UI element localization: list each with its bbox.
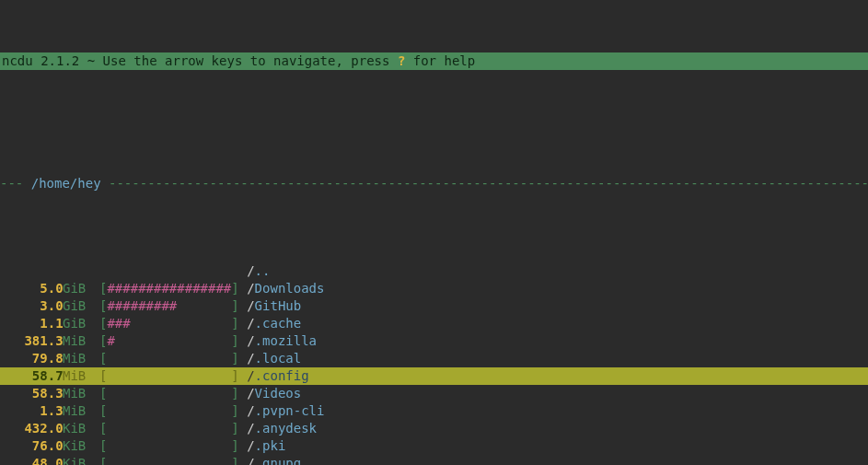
row-name: .pki (255, 437, 286, 455)
dir-slash: / (247, 280, 254, 297)
row-size: 48.0 (17, 455, 63, 465)
row-unit: MiB (63, 332, 99, 350)
current-path: /home/hey (31, 176, 101, 191)
row-bar: [ ] (99, 385, 247, 402)
title-bar: ncdu 2.1.2 ~ Use the arrow keys to navig… (0, 52, 868, 70)
row-bar: [ ] (99, 437, 247, 455)
row-unit: GiB (63, 315, 99, 332)
list-row[interactable]: 58.7 MiB[ ] /.config (0, 367, 868, 385)
row-name: .cache (255, 315, 302, 332)
hint-pre: ~ Use the arrow keys to navigate, press (79, 53, 398, 68)
row-flag (0, 280, 17, 297)
row-name: .mozilla (255, 332, 317, 350)
row-flag (0, 367, 17, 385)
row-unit: KiB (63, 437, 99, 455)
row-bar: [ ] (99, 350, 247, 367)
list-row[interactable]: 79.8 MiB[ ] /.local (0, 350, 868, 367)
dir-slash: / (247, 385, 254, 402)
row-name: .. (255, 262, 271, 280)
row-unit: MiB (63, 367, 99, 385)
row-bar: [######### ] (99, 297, 247, 315)
row-flag (0, 420, 17, 437)
row-name: .config (255, 367, 309, 385)
row-flag (0, 402, 17, 420)
row-flag (0, 262, 17, 280)
app-version: 2.1.2 (41, 53, 79, 68)
row-bar: [ ] (99, 367, 247, 385)
dir-slash: / (247, 367, 254, 385)
row-flag (0, 315, 17, 332)
row-bar: [ ] (99, 402, 247, 420)
dir-slash: / (247, 262, 254, 280)
row-size: 58.7 (17, 367, 63, 385)
row-unit: GiB (63, 280, 99, 297)
list-row[interactable]: 3.0 GiB[######### ] /GitHub (0, 297, 868, 315)
row-size: 1.1 (17, 315, 63, 332)
dir-slash: / (247, 420, 254, 437)
row-bar: [ ] (99, 420, 247, 437)
row-size: 1.3 (17, 402, 63, 420)
dir-slash: / (247, 350, 254, 367)
row-flag (0, 437, 17, 455)
dir-slash: / (247, 455, 254, 465)
row-name: .local (255, 350, 302, 367)
row-name: .pvpn-cli (255, 402, 325, 420)
file-list[interactable]: /.. 5.0 GiB[################] /Downloads… (0, 262, 868, 465)
row-size: 79.8 (17, 350, 63, 367)
app-name: ncdu (2, 53, 33, 68)
hint-post: for help (405, 53, 475, 68)
list-row[interactable]: 58.3 MiB[ ] /Videos (0, 385, 868, 402)
list-row[interactable]: 1.1 GiB[### ] /.cache (0, 315, 868, 332)
row-name: GitHub (255, 297, 302, 315)
row-flag (0, 332, 17, 350)
row-name: Videos (255, 385, 302, 402)
row-size: 381.3 (17, 332, 63, 350)
list-row[interactable]: /.. (0, 262, 868, 280)
row-bar: [ ] (99, 455, 247, 465)
row-bar: [### ] (99, 315, 247, 332)
row-size (17, 262, 63, 280)
row-unit: KiB (63, 420, 99, 437)
dir-slash: / (247, 315, 254, 332)
dir-slash: / (247, 437, 254, 455)
list-row[interactable]: 48.0 KiB[ ] /.gnupg (0, 455, 868, 465)
list-row[interactable]: 5.0 GiB[################] /Downloads (0, 280, 868, 297)
dash-fill: ----------------------------------------… (109, 176, 868, 191)
list-row[interactable]: 76.0 KiB[ ] /.pki (0, 437, 868, 455)
path-line: --- /home/hey --------------------------… (0, 175, 868, 192)
row-size: 58.3 (17, 385, 63, 402)
row-flag (0, 297, 17, 315)
row-size: 76.0 (17, 437, 63, 455)
row-unit: KiB (63, 455, 99, 465)
row-name: .anydesk (255, 420, 317, 437)
list-row[interactable]: 1.3 MiB[ ] /.pvpn-cli (0, 402, 868, 420)
list-row[interactable]: 432.0 KiB[ ] /.anydesk (0, 420, 868, 437)
row-size: 3.0 (17, 297, 63, 315)
dir-slash: / (247, 332, 254, 350)
row-bar: [################] (99, 280, 247, 297)
dir-slash: / (247, 402, 254, 420)
row-unit: MiB (63, 385, 99, 402)
row-unit: GiB (63, 297, 99, 315)
row-name: Downloads (255, 280, 325, 297)
row-unit: MiB (63, 402, 99, 420)
list-row[interactable]: 381.3 MiB[# ] /.mozilla (0, 332, 868, 350)
row-bar: [# ] (99, 332, 247, 350)
row-flag (0, 455, 17, 465)
row-flag (0, 385, 17, 402)
row-size: 432.0 (17, 420, 63, 437)
row-unit: MiB (63, 350, 99, 367)
row-flag (0, 350, 17, 367)
dir-slash: / (247, 297, 254, 315)
content-area: --- /home/hey --------------------------… (0, 122, 868, 465)
row-name: .gnupg (255, 455, 302, 465)
row-bar (99, 262, 247, 280)
row-size: 5.0 (17, 280, 63, 297)
